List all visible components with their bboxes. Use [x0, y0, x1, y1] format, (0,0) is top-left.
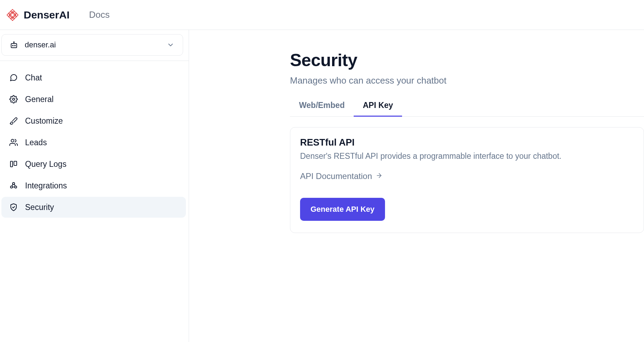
svg-point-3: [15, 45, 15, 46]
bot-icon: [9, 40, 18, 49]
svg-rect-7: [14, 161, 17, 165]
svg-rect-0: [11, 44, 17, 48]
brand-logo[interactable]: DenserAI: [6, 9, 70, 21]
sidebar-item-security[interactable]: Security: [1, 197, 186, 218]
chevron-down-icon: [166, 40, 175, 49]
page-subtitle: Manages who can access your chatbot: [290, 75, 644, 86]
project-selector[interactable]: denser.ai: [1, 34, 183, 56]
tab-web-embed[interactable]: Web/Embed: [290, 101, 354, 116]
doc-link-label: API Documentation: [300, 171, 372, 181]
gear-icon: [9, 95, 18, 104]
sidebar-item-query-logs[interactable]: Query Logs: [1, 154, 186, 174]
svg-point-4: [13, 98, 15, 100]
sidebar-item-label: Query Logs: [25, 160, 66, 169]
svg-rect-6: [10, 161, 13, 167]
sidebar-item-label: Integrations: [25, 181, 67, 191]
card-description: Denser's RESTful API provides a programm…: [300, 151, 634, 161]
generate-api-key-button[interactable]: Generate API Key: [300, 198, 385, 221]
nav-docs-link[interactable]: Docs: [89, 9, 110, 20]
api-documentation-link[interactable]: API Documentation: [300, 171, 383, 181]
sidebar-item-label: General: [25, 95, 54, 104]
sidebar-item-customize[interactable]: Customize: [1, 110, 186, 131]
api-card: RESTful API Denser's RESTful API provide…: [290, 127, 644, 233]
integrations-icon: [9, 181, 18, 190]
shield-icon: [9, 203, 18, 212]
svg-point-5: [11, 139, 14, 142]
sidebar-item-label: Chat: [25, 73, 42, 83]
users-icon: [9, 138, 18, 147]
chat-icon: [9, 73, 18, 82]
sidebar-item-general[interactable]: General: [1, 89, 186, 110]
svg-point-2: [13, 45, 13, 46]
brand-name: DenserAI: [24, 9, 70, 21]
tab-api-key[interactable]: API Key: [354, 101, 402, 116]
sidebar-divider: [0, 61, 189, 61]
brush-icon: [9, 116, 18, 125]
arrow-right-icon: [376, 171, 383, 181]
brand-logo-icon: [6, 9, 19, 21]
header: DenserAI Docs: [0, 0, 644, 30]
svg-point-1: [14, 42, 14, 42]
sidebar-item-label: Security: [25, 203, 54, 212]
page-title: Security: [290, 50, 644, 70]
project-selector-value: denser.ai: [25, 40, 56, 49]
sidebar-item-chat[interactable]: Chat: [1, 67, 186, 88]
tabs: Web/Embed API Key: [290, 101, 644, 117]
logs-icon: [9, 160, 18, 169]
main-content: Security Manages who can access your cha…: [189, 30, 644, 342]
sidebar: denser.ai Chat: [0, 30, 189, 342]
sidebar-item-label: Leads: [25, 138, 47, 147]
sidebar-nav: Chat General Customize: [1, 64, 186, 218]
sidebar-item-leads[interactable]: Leads: [1, 132, 186, 153]
sidebar-item-integrations[interactable]: Integrations: [1, 175, 186, 196]
sidebar-item-label: Customize: [25, 116, 63, 126]
card-title: RESTful API: [300, 137, 634, 148]
